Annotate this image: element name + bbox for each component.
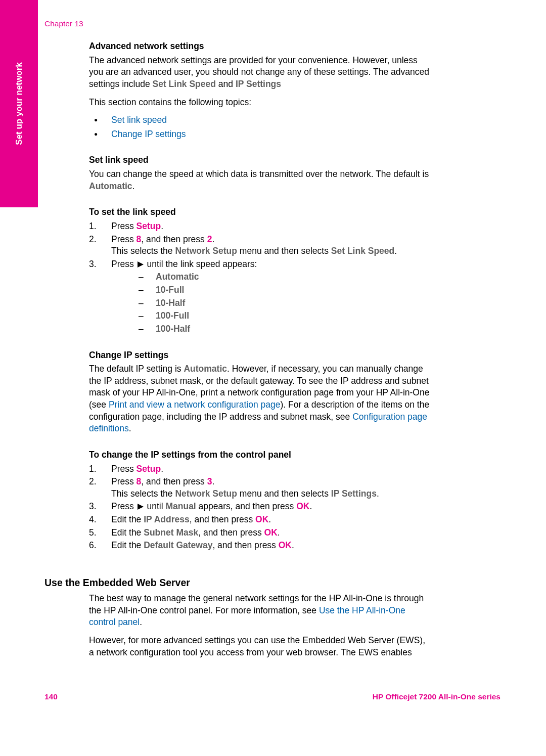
heading-ews: Use the Embedded Web Server (44, 576, 430, 589)
para-ews-1: The best way to manage the general netwo… (89, 593, 430, 629)
button-ok: OK (255, 514, 268, 524)
list-item: Set link speed (89, 114, 430, 126)
link-change-ip-settings[interactable]: Change IP settings (111, 129, 186, 139)
option-100-half: 100-Half (133, 323, 430, 335)
button-setup: Setup (136, 221, 161, 231)
heading-change-ip: Change IP settings (89, 349, 430, 362)
term-automatic: Automatic (184, 364, 227, 374)
text: . (268, 514, 271, 524)
page-number: 140 (44, 692, 58, 702)
chapter-label: Chapter 13 (44, 19, 83, 29)
heading-set-link-speed: Set link speed (89, 154, 430, 166)
step-4: Edit the IP Address, and then press OK. (89, 514, 430, 526)
text: menu and then selects (237, 246, 331, 256)
text: . (394, 246, 397, 256)
text: 100-Half (156, 324, 190, 334)
text: Edit the (111, 540, 144, 550)
link-print-config-page[interactable]: Print and view a network configuration p… (109, 399, 281, 410)
text: . (161, 221, 163, 231)
list-item: Change IP settings (89, 128, 430, 141)
key-2: 2 (207, 234, 212, 244)
link-speed-options: Automatic 10-Full 10-Half 100-Full 100-H… (133, 271, 430, 335)
text: . (212, 476, 214, 486)
step-2: Press 8, and then press 3. This selects … (89, 476, 430, 500)
text: , and then press (141, 234, 207, 244)
text: Press (111, 221, 136, 231)
para-advanced-network: The advanced network settings are provid… (89, 55, 430, 91)
right-arrow-icon (138, 261, 144, 268)
button-ok: OK (296, 501, 309, 511)
term-subnet-mask: Subnet Mask (144, 527, 198, 538)
text: . (161, 464, 163, 474)
main-content-upper: Advanced network settings The advanced n… (89, 40, 430, 566)
text: menu and then selects (237, 488, 331, 499)
para-change-ip: The default IP setting is Automatic. How… (89, 363, 430, 435)
heading-advanced-network: Advanced network settings (89, 40, 430, 53)
step-3: Press until the link speed appears: Auto… (89, 258, 430, 335)
text: appears, and then press (196, 501, 296, 511)
option-automatic: Automatic (133, 271, 430, 283)
text: Press (111, 501, 136, 511)
text: The default IP setting is (89, 364, 184, 374)
term-network-setup: Network Setup (175, 246, 237, 256)
text: . (377, 488, 379, 499)
step-5: Edit the Subnet Mask, and then press OK. (89, 527, 430, 539)
option-100-full: 100-Full (133, 310, 430, 322)
text: Press (111, 259, 136, 269)
text: until the link speed appears: (145, 259, 257, 269)
term-ip-settings: IP Settings (331, 488, 377, 499)
text: Edit the (111, 514, 144, 524)
button-ok: OK (264, 527, 278, 538)
section-side-tab: Set up your network (0, 0, 38, 207)
key-3: 3 (207, 476, 212, 486)
para-set-link-speed: You can change the speed at which data i… (89, 168, 430, 192)
button-setup: Setup (136, 464, 161, 474)
term-set-link-speed: Set Link Speed (331, 246, 394, 256)
side-tab-label: Set up your network (13, 62, 25, 145)
topics-list: Set link speed Change IP settings (89, 114, 430, 140)
term-manual: Manual (165, 501, 196, 511)
text: This selects the (111, 488, 175, 499)
text: You can change the speed at which data i… (89, 169, 429, 179)
step-3: Press until Manual appears, and then pre… (89, 501, 430, 513)
text: Edit the (111, 527, 144, 538)
para-topics-intro: This section contains the following topi… (89, 97, 430, 109)
text: . (309, 501, 312, 511)
right-arrow-icon (138, 504, 144, 510)
text: . (140, 617, 142, 627)
text: , and then press (190, 514, 255, 524)
link-set-link-speed[interactable]: Set link speed (111, 115, 167, 125)
text: . (132, 181, 135, 191)
text: , and then press (141, 476, 207, 486)
product-name: HP Officejet 7200 All-in-One series (373, 692, 500, 702)
text: , and then press (212, 540, 278, 550)
heading-to-set-link-speed: To set the link speed (89, 206, 430, 218)
ews-content: The best way to manage the general netwo… (89, 593, 430, 664)
option-10-half: 10-Half (133, 297, 430, 309)
term-automatic: Automatic (89, 181, 132, 191)
text: . (278, 527, 280, 538)
key-8: 8 (136, 234, 142, 244)
button-ok: OK (279, 540, 292, 550)
heading-to-change-ip: To change the IP settings from the contr… (89, 449, 430, 461)
option-10-full: 10-Full (133, 284, 430, 296)
term-set-link-speed: Set Link Speed (153, 79, 216, 89)
text: . (129, 423, 131, 433)
step-1: Press Setup. (89, 220, 430, 233)
key-8: 8 (136, 476, 142, 486)
page-footer: 140 HP Officejet 7200 All-in-One series (44, 692, 500, 702)
term-ip-settings: IP Settings (236, 79, 281, 89)
text: Press (111, 476, 136, 486)
step-2: Press 8, and then press 2. This selects … (89, 234, 430, 257)
text: 100-Full (156, 310, 189, 321)
text: Press (111, 234, 136, 244)
para-ews-2: However, for more advanced settings you … (89, 635, 430, 658)
text: . (292, 540, 294, 550)
text: , and then press (198, 527, 264, 538)
term-default-gateway: Default Gateway (144, 540, 212, 550)
steps-set-link-speed: Press Setup. Press 8, and then press 2. … (89, 220, 430, 335)
term-network-setup: Network Setup (175, 488, 237, 499)
text: and (216, 79, 236, 89)
text: Press (111, 464, 136, 474)
text: 10-Half (156, 298, 185, 308)
